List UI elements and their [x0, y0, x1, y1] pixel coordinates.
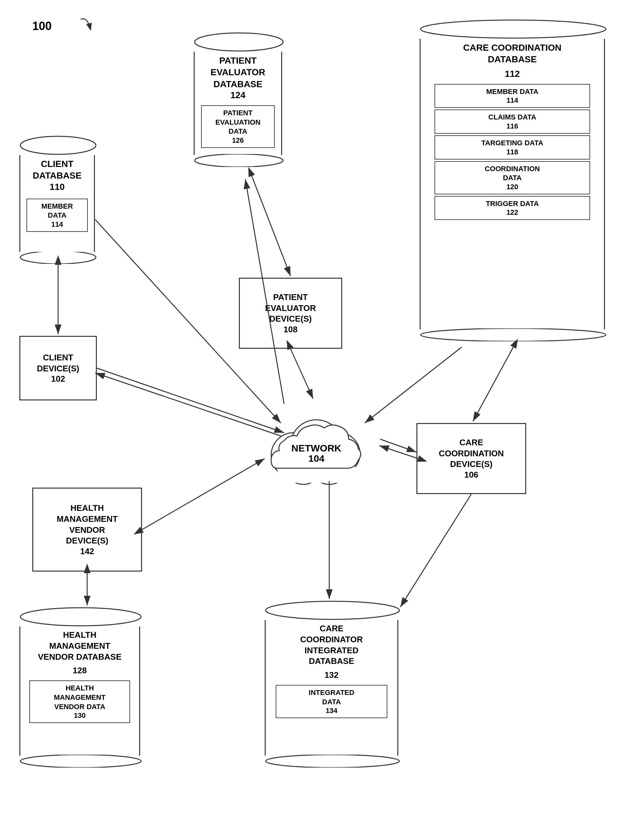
svg-point-1 — [20, 251, 96, 264]
patient-eval-data-number: 126 — [205, 136, 271, 145]
care-coord-claims-data: CLAIMS DATA 116 — [435, 109, 590, 134]
svg-point-5 — [421, 328, 606, 341]
care-coord-coordination-data: COORDINATIONDATA 120 — [435, 161, 590, 194]
care-coord-targeting-data: TARGETING DATA 118 — [435, 135, 590, 159]
care-coord-db-label: CARE COORDINATIONDATABASE — [421, 39, 604, 69]
svg-point-14 — [20, 608, 141, 626]
client-database-number: 110 — [20, 182, 94, 195]
health-mgmt-vendor-device-number: 142 — [80, 546, 94, 556]
svg-line-27 — [380, 439, 416, 452]
svg-text:NETWORK: NETWORK — [292, 443, 341, 453]
client-devices-label: CLIENTDEVICE(S) — [37, 352, 79, 374]
patient-eval-data-box: PATIENTEVALUATIONDATA 126 — [201, 105, 275, 148]
patient-eval-data-label: PATIENTEVALUATIONDATA — [205, 109, 271, 136]
client-database-inner-box: MEMBERDATA 114 — [27, 198, 88, 232]
client-database: CLIENTDATABASE 110 MEMBERDATA 114 — [19, 136, 97, 264]
care-coordinator-integrated-database: CARECOORDINATORINTEGRATEDDATABASE 132 IN… — [265, 601, 400, 768]
diagram-container: 100 CLIENTDATABASE 110 MEMBERDATA 114 — [0, 0, 644, 827]
care-coord-device-box: CARECOORDINATIONDEVICE(S) 106 — [416, 423, 526, 494]
svg-text:104: 104 — [308, 453, 324, 464]
svg-line-25 — [473, 347, 513, 421]
patient-eval-device-number: 108 — [284, 325, 297, 334]
client-database-label: CLIENTDATABASE — [20, 155, 94, 182]
svg-line-28 — [142, 459, 265, 530]
patient-eval-device-label: PATIENTEVALUATORDEVICE(S) — [265, 292, 316, 325]
client-devices-number: 102 — [51, 374, 65, 384]
care-coord-integrated-db-label: CARECOORDINATORINTEGRATEDDATABASE — [266, 620, 398, 670]
client-devices-box: CLIENTDEVICE(S) 102 — [19, 336, 97, 400]
svg-point-15 — [20, 755, 141, 768]
integrated-data-box: INTEGRATEDDATA 134 — [276, 685, 388, 718]
svg-line-24 — [290, 349, 313, 399]
patient-evaluator-db-number: 124 — [195, 90, 281, 104]
health-mgmt-vendor-database: HEALTHMANAGEMENTVENDOR DATABASE 128 HEAL… — [19, 607, 142, 768]
health-mgmt-vendor-db-label: HEALTHMANAGEMENTVENDOR DATABASE — [20, 626, 139, 666]
care-coord-integrated-db-number: 132 — [266, 670, 398, 683]
health-mgmt-vendor-db-number: 128 — [20, 666, 139, 679]
health-mgmt-vendor-data-box: HEALTHMANAGEMENTVENDOR DATA 130 — [30, 680, 130, 723]
svg-line-23 — [252, 176, 290, 276]
health-mgmt-vendor-device-label: HEALTHMANAGEMENTVENDORDEVICE(S) — [56, 503, 117, 546]
care-coord-trigger-data: TRIGGER DATA 122 — [435, 196, 590, 220]
svg-line-31 — [400, 494, 471, 607]
care-coord-device-number: 106 — [464, 470, 478, 480]
care-coord-device-label: CARECOORDINATIONDEVICE(S) — [439, 437, 504, 470]
svg-point-16 — [266, 601, 399, 619]
care-coord-db-number: 112 — [421, 69, 604, 82]
patient-eval-device-box: PATIENTEVALUATORDEVICE(S) 108 — [239, 278, 342, 349]
svg-point-0 — [20, 136, 96, 154]
network-cloud: NETWORK 104 — [252, 397, 381, 495]
svg-point-2 — [195, 33, 283, 51]
svg-point-4 — [421, 20, 606, 38]
care-coordination-database: CARE COORDINATIONDATABASE 112 MEMBER DAT… — [419, 19, 607, 341]
client-database-member-data-number: 114 — [30, 220, 84, 229]
patient-evaluator-db-label: PATIENTEVALUATORDATABASE — [195, 51, 281, 90]
client-database-member-data-label: MEMBERDATA — [30, 202, 84, 220]
diagram-ref: 100 — [32, 19, 51, 33]
patient-evaluator-database: PATIENTEVALUATORDATABASE 124 PATIENTEVAL… — [194, 32, 284, 167]
health-mgmt-vendor-device-box: HEALTHMANAGEMENTVENDORDEVICE(S) 142 — [32, 488, 142, 571]
svg-point-3 — [195, 154, 283, 167]
svg-line-26 — [379, 446, 418, 459]
care-coord-member-data: MEMBER DATA 114 — [435, 84, 590, 108]
svg-point-17 — [266, 755, 399, 768]
